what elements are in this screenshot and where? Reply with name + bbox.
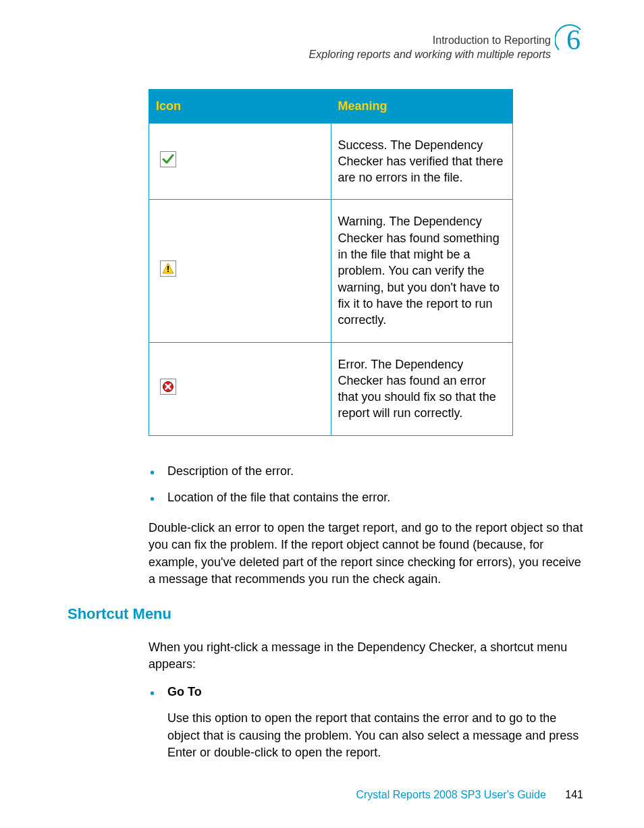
footer-page-number: 141 [565,789,583,800]
meaning-cell: Success. The Dependency Checker has veri… [331,123,513,200]
paragraph: Double-click an error to open the target… [149,520,583,588]
main-content: Icon Meaning Success. The Dependency Che… [149,89,583,588]
page-footer: Crystal Reports 2008 SP3 User's Guide 14… [356,789,583,801]
header-title: Introduction to Reporting [68,34,551,48]
table-row: Warning. The Dependency Checker has foun… [149,200,513,342]
menu-item-description: Use this option to open the report that … [167,710,583,761]
svg-rect-1 [167,266,169,270]
icon-cell [149,123,331,200]
menu-item-label: Go To [167,685,202,698]
header-subtitle: Exploring reports and working with multi… [68,48,551,62]
warning-icon [160,260,176,277]
list-item: Go To Use this option to open the report… [149,684,583,761]
icon-cell [149,342,331,435]
error-icon [160,379,176,395]
notes-list: Description of the error. Location of th… [149,463,583,506]
section-heading: Shortcut Menu [68,605,583,623]
footer-doc-title: Crystal Reports 2008 SP3 User's Guide [356,789,545,800]
table-header-icon: Icon [149,89,331,123]
icon-meaning-table: Icon Meaning Success. The Dependency Che… [149,89,513,436]
table-header-meaning: Meaning [331,89,513,123]
menu-list: Go To Use this option to open the report… [149,684,583,761]
table-row: Error. The Dependency Checker has found … [149,342,513,435]
list-item: Location of the file that contains the e… [149,489,583,506]
icon-cell [149,200,331,342]
meaning-cell: Warning. The Dependency Checker has foun… [331,200,513,342]
section-content: When you right-click a message in the De… [149,639,583,761]
chapter-badge: 6 [556,28,583,55]
page: Introduction to Reporting Exploring repo… [0,0,644,828]
list-item: Description of the error. [149,463,583,480]
svg-rect-2 [167,271,169,272]
section-intro: When you right-click a message in the De… [149,639,583,673]
chapter-number: 6 [566,26,581,54]
meaning-cell: Error. The Dependency Checker has found … [331,342,513,435]
page-header: Introduction to Reporting Exploring repo… [68,34,583,62]
table-row: Success. The Dependency Checker has veri… [149,123,513,200]
table-header-row: Icon Meaning [149,89,513,123]
success-icon [160,151,176,167]
